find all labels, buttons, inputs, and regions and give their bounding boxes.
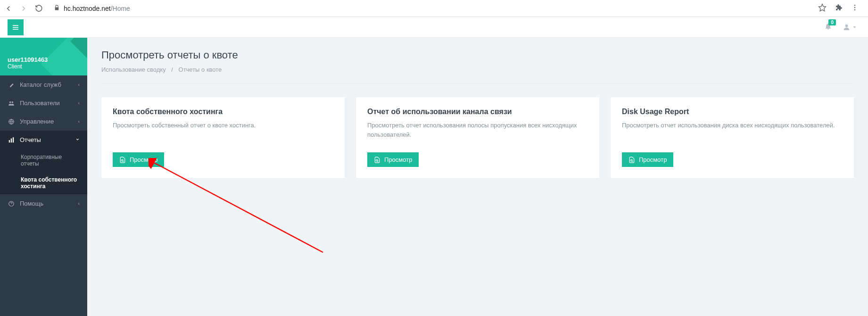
svg-point-3 bbox=[854, 9, 855, 10]
card-title: Disk Usage Report bbox=[622, 108, 843, 116]
card-description: Просмотреть отчет использования полосы п… bbox=[367, 121, 588, 139]
magic-icon bbox=[8, 82, 15, 88]
users-icon bbox=[8, 100, 15, 107]
address-bar[interactable]: hc.hoztnode.net/Home bbox=[49, 4, 812, 13]
browser-reload-button[interactable] bbox=[34, 4, 43, 13]
notifications-button[interactable]: 0 bbox=[824, 22, 832, 32]
svg-rect-13 bbox=[11, 138, 12, 142]
page-header: Просмотреть отчеты о квоте Использование… bbox=[101, 49, 854, 84]
sidebar-item-label: Каталог служб bbox=[20, 81, 78, 88]
card-description: Просмотреть собственный отчет о квоте хо… bbox=[113, 121, 333, 139]
chart-icon bbox=[8, 137, 15, 143]
browser-back-button[interactable] bbox=[4, 4, 13, 13]
breadcrumb-link[interactable]: Использование сводку bbox=[101, 66, 166, 73]
sidebar-subitem-corporate-reports[interactable]: Корпоративные отчеты bbox=[0, 149, 87, 172]
sidebar-user-panel: user11091463 Client bbox=[0, 38, 87, 75]
lock-icon bbox=[54, 4, 60, 13]
caret-down-icon bbox=[852, 25, 857, 29]
extensions-icon[interactable] bbox=[835, 4, 843, 13]
svg-marker-8 bbox=[853, 26, 856, 28]
user-menu-button[interactable] bbox=[843, 23, 857, 31]
card-bandwidth-usage: Отчет об использовании канала связи Прос… bbox=[356, 97, 599, 178]
page-title: Просмотреть отчеты о квоте bbox=[101, 49, 854, 61]
card-title: Отчет об использовании канала связи bbox=[367, 108, 588, 116]
sidebar-item-label: Помощь bbox=[20, 200, 78, 207]
card-description: Просмотреть отчет использования диска вс… bbox=[622, 121, 843, 139]
svg-point-2 bbox=[854, 7, 855, 8]
document-search-icon bbox=[628, 157, 635, 163]
sidebar-toggle-button[interactable] bbox=[8, 19, 24, 35]
svg-rect-14 bbox=[13, 137, 14, 142]
browser-forward-button[interactable] bbox=[19, 4, 28, 13]
svg-point-20 bbox=[631, 159, 633, 161]
browser-chrome: hc.hoztnode.net/Home bbox=[0, 0, 868, 17]
sidebar-item-management[interactable]: Управление ‹ bbox=[0, 112, 87, 131]
breadcrumb-current: Отчеты о квоте bbox=[179, 66, 222, 73]
notification-badge: 0 bbox=[828, 19, 836, 25]
sidebar-item-label: Отчеты bbox=[20, 136, 75, 143]
report-cards: Квота собственного хостинга Просмотреть … bbox=[101, 97, 854, 178]
svg-line-21 bbox=[632, 161, 633, 161]
sidebar-nav: Каталог служб ‹ Пользователи ‹ Управлени… bbox=[0, 75, 87, 213]
chevron-left-icon: ‹ bbox=[78, 201, 80, 206]
chevron-left-icon: ‹ bbox=[78, 82, 80, 87]
sidebar-item-help[interactable]: Помощь ‹ bbox=[0, 194, 87, 213]
svg-rect-12 bbox=[9, 140, 10, 142]
sidebar-item-label: Пользователи bbox=[20, 100, 78, 107]
sidebar-subnav-reports: Корпоративные отчеты Квота собственного … bbox=[0, 149, 87, 194]
sidebar-subitem-hosting-quota[interactable]: Квота собственного хостинга bbox=[0, 172, 87, 194]
sidebar-user-role: Client bbox=[8, 63, 48, 70]
star-icon[interactable] bbox=[818, 3, 827, 14]
topbar-right: 0 bbox=[824, 22, 857, 32]
sidebar: user11091463 Client Каталог служб ‹ Поль… bbox=[0, 38, 87, 316]
document-search-icon bbox=[374, 157, 380, 163]
button-label: Просмотр bbox=[384, 156, 412, 163]
view-button[interactable]: Просмотр bbox=[367, 152, 419, 167]
breadcrumb-separator: / bbox=[171, 66, 173, 73]
sidebar-item-catalog[interactable]: Каталог служб ‹ bbox=[0, 75, 87, 94]
svg-point-1 bbox=[854, 5, 855, 6]
app-topbar: 0 bbox=[0, 17, 868, 38]
sidebar-item-users[interactable]: Пользователи ‹ bbox=[0, 94, 87, 112]
browser-menu-icon[interactable] bbox=[851, 4, 859, 13]
chevron-left-icon: ‹ bbox=[78, 100, 80, 106]
svg-marker-0 bbox=[819, 4, 826, 11]
view-button[interactable]: Просмотр bbox=[622, 152, 673, 167]
browser-toolbar-right bbox=[818, 3, 864, 14]
svg-point-7 bbox=[845, 25, 848, 27]
chevron-left-icon: ‹ bbox=[78, 119, 80, 124]
svg-line-17 bbox=[123, 161, 124, 161]
svg-point-18 bbox=[376, 159, 378, 161]
button-label: Просмотр bbox=[639, 156, 667, 163]
sidebar-item-label: Управление bbox=[20, 118, 78, 125]
document-search-icon bbox=[119, 157, 126, 163]
button-label: Просмотр bbox=[130, 156, 157, 163]
svg-line-19 bbox=[378, 161, 378, 161]
breadcrumb: Использование сводку / Отчеты о квоте bbox=[101, 66, 854, 73]
view-button[interactable]: Просмотр bbox=[113, 152, 164, 167]
help-icon bbox=[8, 200, 15, 207]
card-disk-usage: Disk Usage Report Просмотреть отчет испо… bbox=[611, 97, 854, 178]
card-hosting-quota: Квота собственного хостинга Просмотреть … bbox=[101, 97, 345, 178]
card-title: Квота собственного хостинга bbox=[113, 108, 333, 116]
globe-icon bbox=[8, 118, 15, 125]
chevron-down-icon bbox=[75, 137, 80, 142]
url-text: hc.hoztnode.net/Home bbox=[64, 5, 130, 12]
svg-point-16 bbox=[122, 159, 124, 161]
sidebar-username: user11091463 bbox=[8, 56, 48, 63]
svg-point-9 bbox=[9, 101, 11, 103]
sidebar-item-reports[interactable]: Отчеты bbox=[0, 131, 87, 149]
svg-point-10 bbox=[12, 101, 13, 103]
main-content: Просмотреть отчеты о квоте Использование… bbox=[87, 38, 868, 316]
user-icon bbox=[843, 23, 851, 31]
